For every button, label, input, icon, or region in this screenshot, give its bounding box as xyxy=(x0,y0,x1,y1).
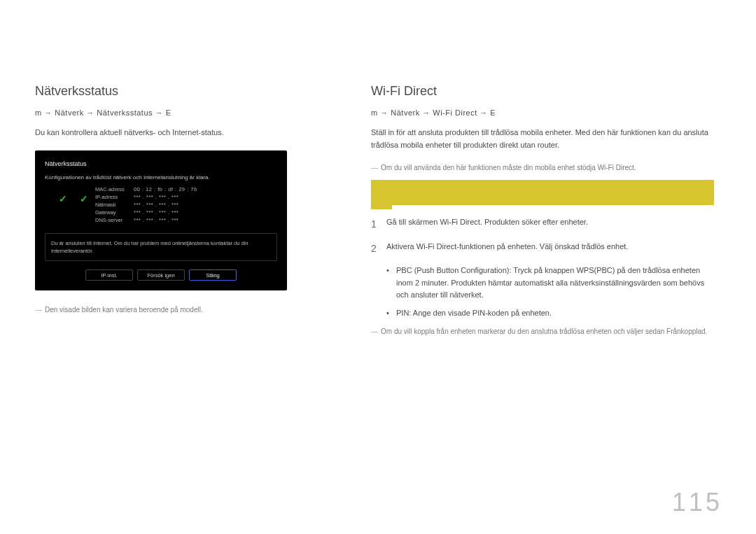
check-icon: ✓ xyxy=(59,193,67,204)
note-requirement: Om du vill använda den här funktionen må… xyxy=(371,162,714,173)
note-image-vary: Den visade bilden kan variera beroende p… xyxy=(35,304,343,315)
ip-settings-button[interactable]: IP-inst. xyxy=(85,269,133,281)
close-button[interactable]: Stäng xyxy=(189,269,237,281)
step-number: 1 xyxy=(371,216,386,232)
section-heading-right: Wi-Fi Direct xyxy=(371,84,714,99)
network-status-panel: Nätverksstatus Konfigurationen av trådlö… xyxy=(35,150,287,291)
section-heading-left: Nätverksstatus xyxy=(35,84,343,99)
retry-button[interactable]: Försök igen xyxy=(137,269,185,281)
step-1: 1 Gå till skärmen Wi-Fi Direct. Produkte… xyxy=(371,216,714,232)
panel-config-msg: Konfigurationen av trådlöst nätverk och … xyxy=(45,174,277,181)
bullet-pbc: PBC (Push Button Configuration): Tryck p… xyxy=(386,265,714,302)
intro-right: Ställ in för att ansluta produkten till … xyxy=(371,127,714,151)
panel-title: Nätverksstatus xyxy=(45,160,277,167)
note-disconnect: Om du vill koppla från enheten markerar … xyxy=(371,326,714,337)
page-number: 115 xyxy=(672,488,722,517)
status-checks: ✓ ✓ xyxy=(45,186,88,204)
network-details-table: MAC-adress00 : 12 : fb : df : 29 : 76 IP… xyxy=(95,186,277,225)
highlight-box xyxy=(371,180,714,205)
bullet-pin: PIN: Ange den visade PIN-koden på enhete… xyxy=(386,307,714,320)
intro-left: Du kan kontrollera aktuell nätverks- och… xyxy=(35,127,343,139)
step-2: 2 Aktivera Wi-Fi Direct-funktionen på en… xyxy=(371,241,714,256)
step-number: 2 xyxy=(371,241,386,256)
panel-bottom-msg: Du är ansluten till Internet. Om du har … xyxy=(45,233,277,262)
check-icon: ✓ xyxy=(80,193,88,204)
menu-path-left: m → Nätverk → Nätverksstatus → E xyxy=(35,108,343,117)
menu-path-right: m → Nätverk → Wi-Fi Direct → E xyxy=(371,108,714,117)
